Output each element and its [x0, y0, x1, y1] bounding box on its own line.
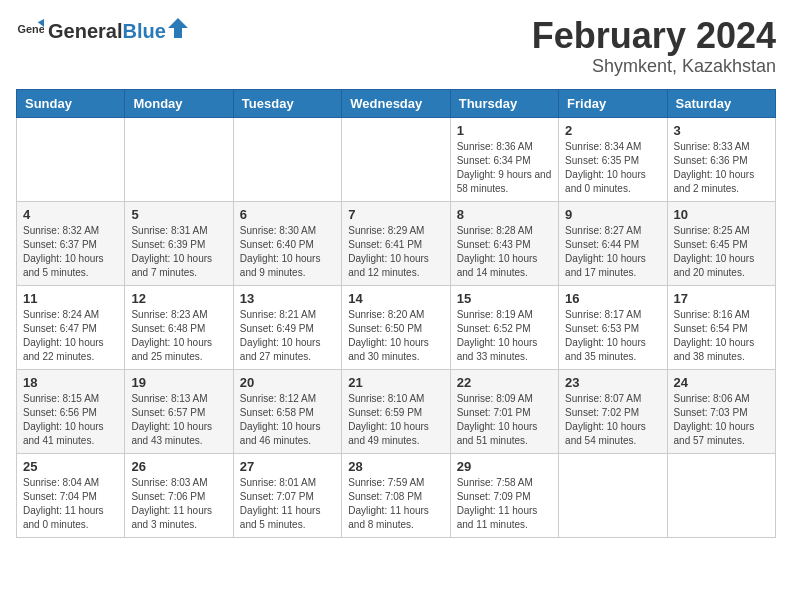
- calendar-header-wednesday: Wednesday: [342, 89, 450, 117]
- day-info: Sunrise: 8:12 AM Sunset: 6:58 PM Dayligh…: [240, 392, 335, 448]
- day-number: 28: [348, 459, 443, 474]
- calendar-cell: [559, 453, 667, 537]
- sub-title: Shymkent, Kazakhstan: [532, 56, 776, 77]
- day-number: 6: [240, 207, 335, 222]
- calendar-cell: 17Sunrise: 8:16 AM Sunset: 6:54 PM Dayli…: [667, 285, 775, 369]
- day-number: 21: [348, 375, 443, 390]
- calendar-header-sunday: Sunday: [17, 89, 125, 117]
- day-number: 11: [23, 291, 118, 306]
- calendar-header-saturday: Saturday: [667, 89, 775, 117]
- day-info: Sunrise: 8:27 AM Sunset: 6:44 PM Dayligh…: [565, 224, 660, 280]
- calendar-week-row: 11Sunrise: 8:24 AM Sunset: 6:47 PM Dayli…: [17, 285, 776, 369]
- logo-icon: General: [16, 16, 44, 44]
- day-info: Sunrise: 8:34 AM Sunset: 6:35 PM Dayligh…: [565, 140, 660, 196]
- day-number: 7: [348, 207, 443, 222]
- calendar-cell: 16Sunrise: 8:17 AM Sunset: 6:53 PM Dayli…: [559, 285, 667, 369]
- calendar-header-row: SundayMondayTuesdayWednesdayThursdayFrid…: [17, 89, 776, 117]
- calendar-cell: 5Sunrise: 8:31 AM Sunset: 6:39 PM Daylig…: [125, 201, 233, 285]
- day-info: Sunrise: 8:32 AM Sunset: 6:37 PM Dayligh…: [23, 224, 118, 280]
- day-info: Sunrise: 7:59 AM Sunset: 7:08 PM Dayligh…: [348, 476, 443, 532]
- day-info: Sunrise: 8:07 AM Sunset: 7:02 PM Dayligh…: [565, 392, 660, 448]
- day-number: 29: [457, 459, 552, 474]
- calendar-header-tuesday: Tuesday: [233, 89, 341, 117]
- calendar-cell: 11Sunrise: 8:24 AM Sunset: 6:47 PM Dayli…: [17, 285, 125, 369]
- day-number: 14: [348, 291, 443, 306]
- day-info: Sunrise: 8:31 AM Sunset: 6:39 PM Dayligh…: [131, 224, 226, 280]
- calendar-cell: 15Sunrise: 8:19 AM Sunset: 6:52 PM Dayli…: [450, 285, 558, 369]
- day-info: Sunrise: 8:01 AM Sunset: 7:07 PM Dayligh…: [240, 476, 335, 532]
- day-info: Sunrise: 8:30 AM Sunset: 6:40 PM Dayligh…: [240, 224, 335, 280]
- calendar-week-row: 25Sunrise: 8:04 AM Sunset: 7:04 PM Dayli…: [17, 453, 776, 537]
- calendar-week-row: 18Sunrise: 8:15 AM Sunset: 6:56 PM Dayli…: [17, 369, 776, 453]
- calendar-cell: 7Sunrise: 8:29 AM Sunset: 6:41 PM Daylig…: [342, 201, 450, 285]
- day-info: Sunrise: 8:23 AM Sunset: 6:48 PM Dayligh…: [131, 308, 226, 364]
- title-area: February 2024 Shymkent, Kazakhstan: [532, 16, 776, 77]
- day-info: Sunrise: 8:19 AM Sunset: 6:52 PM Dayligh…: [457, 308, 552, 364]
- calendar-cell: 19Sunrise: 8:13 AM Sunset: 6:57 PM Dayli…: [125, 369, 233, 453]
- calendar-cell: 4Sunrise: 8:32 AM Sunset: 6:37 PM Daylig…: [17, 201, 125, 285]
- calendar-cell: 20Sunrise: 8:12 AM Sunset: 6:58 PM Dayli…: [233, 369, 341, 453]
- day-info: Sunrise: 8:28 AM Sunset: 6:43 PM Dayligh…: [457, 224, 552, 280]
- main-title: February 2024: [532, 16, 776, 56]
- day-number: 26: [131, 459, 226, 474]
- day-number: 13: [240, 291, 335, 306]
- day-number: 23: [565, 375, 660, 390]
- day-info: Sunrise: 8:13 AM Sunset: 6:57 PM Dayligh…: [131, 392, 226, 448]
- calendar-week-row: 4Sunrise: 8:32 AM Sunset: 6:37 PM Daylig…: [17, 201, 776, 285]
- calendar-cell: 13Sunrise: 8:21 AM Sunset: 6:49 PM Dayli…: [233, 285, 341, 369]
- day-info: Sunrise: 8:04 AM Sunset: 7:04 PM Dayligh…: [23, 476, 118, 532]
- day-info: Sunrise: 8:20 AM Sunset: 6:50 PM Dayligh…: [348, 308, 443, 364]
- day-info: Sunrise: 8:36 AM Sunset: 6:34 PM Dayligh…: [457, 140, 552, 196]
- logo-general: General: [48, 20, 122, 43]
- calendar-cell: 18Sunrise: 8:15 AM Sunset: 6:56 PM Dayli…: [17, 369, 125, 453]
- day-number: 19: [131, 375, 226, 390]
- day-info: Sunrise: 8:09 AM Sunset: 7:01 PM Dayligh…: [457, 392, 552, 448]
- day-number: 25: [23, 459, 118, 474]
- calendar-cell: 6Sunrise: 8:30 AM Sunset: 6:40 PM Daylig…: [233, 201, 341, 285]
- day-number: 27: [240, 459, 335, 474]
- day-number: 2: [565, 123, 660, 138]
- calendar-cell: 24Sunrise: 8:06 AM Sunset: 7:03 PM Dayli…: [667, 369, 775, 453]
- calendar-cell: 10Sunrise: 8:25 AM Sunset: 6:45 PM Dayli…: [667, 201, 775, 285]
- logo-arrow-icon: [168, 18, 188, 38]
- calendar-cell: 21Sunrise: 8:10 AM Sunset: 6:59 PM Dayli…: [342, 369, 450, 453]
- day-number: 4: [23, 207, 118, 222]
- day-number: 17: [674, 291, 769, 306]
- day-info: Sunrise: 8:33 AM Sunset: 6:36 PM Dayligh…: [674, 140, 769, 196]
- day-number: 24: [674, 375, 769, 390]
- calendar-cell: 29Sunrise: 7:58 AM Sunset: 7:09 PM Dayli…: [450, 453, 558, 537]
- calendar-cell: 26Sunrise: 8:03 AM Sunset: 7:06 PM Dayli…: [125, 453, 233, 537]
- day-info: Sunrise: 7:58 AM Sunset: 7:09 PM Dayligh…: [457, 476, 552, 532]
- calendar-cell: 22Sunrise: 8:09 AM Sunset: 7:01 PM Dayli…: [450, 369, 558, 453]
- calendar-cell: 28Sunrise: 7:59 AM Sunset: 7:08 PM Dayli…: [342, 453, 450, 537]
- svg-marker-2: [168, 18, 188, 38]
- calendar-table: SundayMondayTuesdayWednesdayThursdayFrid…: [16, 89, 776, 538]
- day-number: 15: [457, 291, 552, 306]
- day-number: 16: [565, 291, 660, 306]
- day-info: Sunrise: 8:25 AM Sunset: 6:45 PM Dayligh…: [674, 224, 769, 280]
- calendar-cell: 9Sunrise: 8:27 AM Sunset: 6:44 PM Daylig…: [559, 201, 667, 285]
- day-info: Sunrise: 8:03 AM Sunset: 7:06 PM Dayligh…: [131, 476, 226, 532]
- logo-blue: Blue: [122, 20, 165, 43]
- day-number: 10: [674, 207, 769, 222]
- calendar-week-row: 1Sunrise: 8:36 AM Sunset: 6:34 PM Daylig…: [17, 117, 776, 201]
- day-number: 8: [457, 207, 552, 222]
- logo: General General Blue: [16, 16, 188, 44]
- header: General General Blue February 2024 Shymk…: [16, 16, 776, 77]
- calendar-cell: [17, 117, 125, 201]
- svg-text:General: General: [18, 23, 44, 35]
- calendar-cell: 27Sunrise: 8:01 AM Sunset: 7:07 PM Dayli…: [233, 453, 341, 537]
- day-number: 18: [23, 375, 118, 390]
- calendar-header-friday: Friday: [559, 89, 667, 117]
- day-info: Sunrise: 8:15 AM Sunset: 6:56 PM Dayligh…: [23, 392, 118, 448]
- day-info: Sunrise: 8:29 AM Sunset: 6:41 PM Dayligh…: [348, 224, 443, 280]
- calendar-header-thursday: Thursday: [450, 89, 558, 117]
- calendar-cell: 1Sunrise: 8:36 AM Sunset: 6:34 PM Daylig…: [450, 117, 558, 201]
- day-number: 22: [457, 375, 552, 390]
- day-number: 5: [131, 207, 226, 222]
- day-info: Sunrise: 8:16 AM Sunset: 6:54 PM Dayligh…: [674, 308, 769, 364]
- calendar-cell: 3Sunrise: 8:33 AM Sunset: 6:36 PM Daylig…: [667, 117, 775, 201]
- day-number: 3: [674, 123, 769, 138]
- day-number: 9: [565, 207, 660, 222]
- calendar-cell: 25Sunrise: 8:04 AM Sunset: 7:04 PM Dayli…: [17, 453, 125, 537]
